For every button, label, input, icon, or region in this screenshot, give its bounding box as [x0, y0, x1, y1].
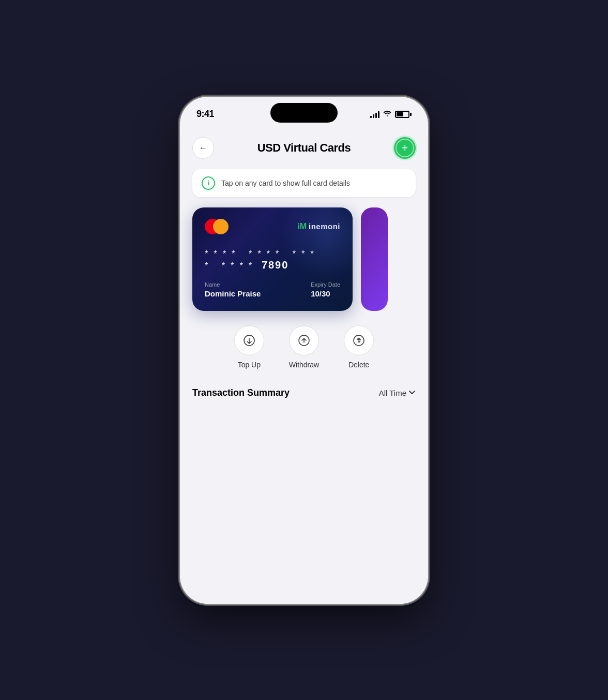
signal-icon — [370, 111, 379, 118]
card-preview-next[interactable] — [361, 207, 388, 311]
info-banner: i Tap on any card to show full card deta… — [192, 169, 416, 197]
phone-screen: 9:41 — [180, 97, 428, 604]
info-icon: i — [202, 176, 215, 190]
card-carousel: iM inemoni * * * * * * * * * * * * * * *… — [192, 207, 416, 311]
name-label: Name — [205, 281, 261, 288]
main-content: ← USD Virtual Cards + i Tap on any card … — [180, 125, 428, 604]
back-arrow-icon: ← — [199, 143, 207, 153]
top-up-label: Top Up — [238, 361, 261, 369]
phone-frame: 9:41 — [180, 97, 428, 604]
top-up-button[interactable]: Top Up — [234, 325, 264, 369]
transaction-section: Transaction Summary All Time — [192, 385, 416, 398]
expiry-value: 10/30 — [311, 289, 340, 298]
filter-label: All Time — [379, 389, 406, 397]
card-bottom-row: Name Dominic Praise Expiry Date 10/30 — [205, 281, 340, 298]
withdraw-button[interactable]: Withdraw — [289, 325, 319, 369]
delete-icon — [353, 335, 364, 346]
delete-circle — [344, 325, 374, 355]
card-name-field: Name Dominic Praise — [205, 281, 261, 298]
add-button-inner: + — [396, 139, 414, 157]
card-top-row: iM inemoni — [205, 219, 340, 234]
delete-label: Delete — [348, 361, 369, 369]
transaction-header: Transaction Summary All Time — [192, 388, 416, 398]
action-buttons: Top Up Withdraw — [192, 325, 416, 369]
info-text: Tap on any card to show full card detail… — [221, 179, 350, 187]
svg-point-2 — [354, 335, 364, 346]
withdraw-circle — [289, 325, 319, 355]
card-last-four: 7890 — [262, 259, 289, 271]
top-up-icon — [244, 335, 255, 346]
dynamic-island — [270, 103, 338, 123]
filter-button[interactable]: All Time — [379, 389, 416, 397]
chevron-down-icon — [408, 389, 416, 397]
brand-logo-text: inemoni — [309, 222, 340, 231]
card-number: * * * * * * * * * * * * * * * * 7890 — [205, 249, 340, 271]
back-button[interactable]: ← — [192, 137, 214, 159]
expiry-label: Expiry Date — [311, 281, 340, 288]
brand-logo: iM inemoni — [297, 222, 340, 231]
transaction-title: Transaction Summary — [192, 388, 290, 398]
status-bar: 9:41 — [180, 97, 428, 125]
status-icons — [370, 110, 412, 118]
page-title: USD Virtual Cards — [257, 141, 351, 155]
page-header: ← USD Virtual Cards + — [192, 129, 416, 169]
battery-icon — [395, 111, 412, 118]
withdraw-icon — [298, 335, 310, 346]
virtual-card[interactable]: iM inemoni * * * * * * * * * * * * * * *… — [192, 207, 353, 311]
brand-logo-icon: iM — [297, 222, 307, 231]
status-time: 9:41 — [196, 109, 214, 120]
cardholder-name: Dominic Praise — [205, 289, 261, 298]
mastercard-logo — [205, 219, 231, 234]
add-card-button[interactable]: + — [394, 137, 416, 159]
withdraw-label: Withdraw — [289, 361, 319, 369]
card-expiry-field: Expiry Date 10/30 — [311, 281, 340, 298]
plus-icon: + — [402, 143, 408, 153]
top-up-circle — [234, 325, 264, 355]
mastercard-orange-circle — [213, 219, 229, 234]
wifi-icon — [383, 110, 392, 118]
delete-button[interactable]: Delete — [344, 325, 374, 369]
